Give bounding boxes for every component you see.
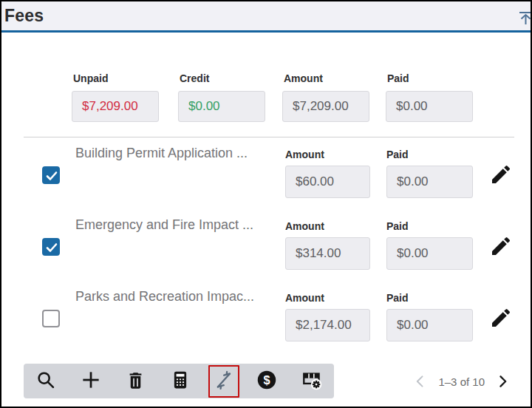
fee-name: Emergency and Fire Impact ... <box>75 217 253 233</box>
fee-schedule-settings-button[interactable] <box>295 364 329 398</box>
summary-divider <box>24 137 514 137</box>
chevron-right-icon <box>495 380 510 391</box>
dollar-circle-icon: $ <box>256 370 277 392</box>
summary-amount: Amount $7,209.00 <box>282 72 369 122</box>
next-page-button[interactable] <box>495 374 510 389</box>
fee-row: Building Permit Application ... Amount $… <box>1 143 532 215</box>
check-icon <box>45 241 58 254</box>
plus-icon <box>80 369 102 393</box>
slashed-dollar-icon <box>214 370 234 392</box>
paid-label: Paid <box>386 72 473 84</box>
paid-value: $0.00 <box>386 91 473 122</box>
pay-button[interactable]: $ <box>250 364 284 398</box>
collapse-panel-button[interactable] <box>516 9 531 27</box>
row-amount-value: $314.00 <box>285 237 370 270</box>
fees-summary: Unpaid $7,209.00 Credit $0.00 Amount $7,… <box>1 72 531 132</box>
fee-row: Emergency and Fire Impact ... Amount $31… <box>1 215 532 287</box>
magnifier-icon <box>35 370 56 392</box>
row-paid-label: Paid <box>386 220 409 232</box>
edit-fee-button[interactable] <box>488 234 514 260</box>
fee-checkbox[interactable] <box>42 166 60 184</box>
pencil-icon <box>489 177 513 188</box>
panel-header: Fees <box>1 1 531 33</box>
pencil-icon <box>489 249 513 260</box>
amount-label: Amount <box>282 72 369 84</box>
table-gear-icon <box>301 370 322 392</box>
amount-value: $7,209.00 <box>282 91 369 122</box>
summary-unpaid: Unpaid $7,209.00 <box>72 72 159 122</box>
calculator-button[interactable] <box>163 364 197 398</box>
page-title: Fees <box>1 6 44 26</box>
credit-value: $0.00 <box>178 91 265 122</box>
waive-fee-button[interactable] <box>208 365 239 398</box>
summary-paid: Paid $0.00 <box>386 72 473 122</box>
summary-credit: Credit $0.00 <box>178 72 265 122</box>
fee-name: Building Permit Application ... <box>75 146 248 161</box>
credit-label: Credit <box>178 72 265 84</box>
pagination: 1–3 of 10 <box>413 371 510 392</box>
svg-text:$: $ <box>264 373 270 387</box>
edit-fee-button[interactable] <box>488 162 514 188</box>
row-paid-value: $0.00 <box>386 166 473 198</box>
row-amount-label: Amount <box>285 292 324 304</box>
row-amount-label: Amount <box>285 149 324 160</box>
row-paid-value: $0.00 <box>386 309 473 341</box>
chevron-left-icon <box>413 380 428 391</box>
delete-fee-button[interactable] <box>118 364 152 398</box>
calculator-icon <box>171 370 190 392</box>
prev-page-button[interactable] <box>413 374 428 389</box>
row-paid-label: Paid <box>386 292 409 304</box>
fee-name: Parks and Recreation Impac... <box>75 289 254 305</box>
unpaid-value: $7,209.00 <box>72 91 159 122</box>
page-range-text: 1–3 of 10 <box>438 375 485 388</box>
fee-checkbox[interactable] <box>42 238 60 256</box>
add-fee-button[interactable] <box>74 364 108 398</box>
row-paid-label: Paid <box>386 149 409 160</box>
search-button[interactable] <box>29 364 63 398</box>
row-amount-value: $60.00 <box>285 166 370 198</box>
unpaid-label: Unpaid <box>72 72 159 84</box>
arrow-up-to-top-icon <box>516 18 531 29</box>
fees-toolbar: $ <box>24 364 334 398</box>
fee-checkbox[interactable] <box>42 310 60 327</box>
row-paid-value: $0.00 <box>386 237 473 270</box>
row-amount-value: $2,174.00 <box>285 309 370 341</box>
pencil-icon <box>489 321 513 332</box>
row-amount-label: Amount <box>285 220 324 232</box>
fees-panel: Fees Unpaid $7,209.00 Credit $0.00 Amoun… <box>0 0 532 408</box>
trash-icon <box>126 370 146 392</box>
fee-row: Parks and Recreation Impac... Amount $2,… <box>1 287 532 358</box>
edit-fee-button[interactable] <box>488 305 514 332</box>
check-icon <box>45 169 58 183</box>
